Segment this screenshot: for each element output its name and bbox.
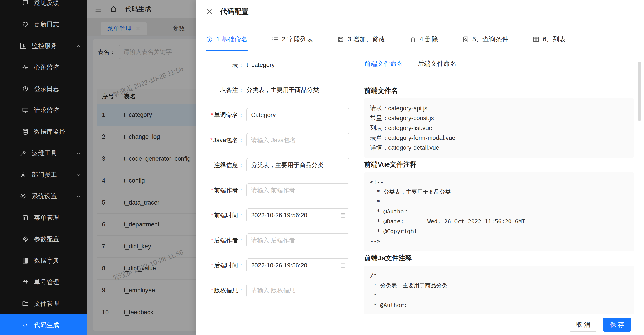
drawer-columns: 表： t_category 表备注： 分类表，主要用于商品分类 *单词命名： *… <box>206 51 634 314</box>
database-icon <box>22 128 29 135</box>
sidebar-item-login-log[interactable]: 登录日志 <box>0 78 87 100</box>
save-button[interactable]: 保 存 <box>603 318 632 332</box>
sidebar-item-code-generation[interactable]: 代码生成 <box>0 315 87 335</box>
sidebar-group-monitor-service[interactable]: 监控服务 <box>0 35 87 57</box>
sidebar-group-department-staff[interactable]: 部门员工 <box>0 164 87 186</box>
chevron-down-icon <box>76 172 81 177</box>
drawer-title: 代码配置 <box>220 7 249 16</box>
sidebar-item-label: 监控服务 <box>32 42 57 50</box>
tab-step-query-conditions[interactable]: 5、查询条件 <box>462 35 508 44</box>
drawer-body: 1.基础命名 2.字段列表 3.增加、修改 4.删除 5、查询条件 <box>196 23 644 314</box>
preview-tabs: 前端文件命名 后端文件命名 <box>364 58 634 74</box>
table-remark-value: 分类表，主要用于商品分类 <box>246 86 319 94</box>
sidebar-item-heartbeat-monitor[interactable]: 心跳监控 <box>0 57 87 78</box>
table-label: 表： <box>206 61 244 69</box>
table-value: t_category <box>246 61 274 68</box>
tab-step-add-edit[interactable]: 3.增加、修改 <box>337 35 385 44</box>
form-row-table-remark: 表备注： 分类表，主要用于商品分类 <box>206 83 350 97</box>
tab-step-delete[interactable]: 4.删除 <box>410 35 438 44</box>
form-row-frontend-time: *前端时间： <box>206 208 350 222</box>
sidebar-item-changelog[interactable]: 更新日志 <box>0 14 87 35</box>
sidebar-item-label: 请求监控 <box>34 106 59 115</box>
basic-naming-form: 表： t_category 表备注： 分类表，主要用于商品分类 *单词命名： *… <box>206 58 350 314</box>
sidebar-item-param-config[interactable]: 参数配置 <box>0 229 87 250</box>
sidebar-group-system-settings[interactable]: 系统设置 <box>0 186 87 207</box>
frontend-author-input[interactable] <box>246 183 350 197</box>
sidebar-item-database-monitor[interactable]: 数据库监控 <box>0 121 87 143</box>
form-row-table: 表： t_category <box>206 58 350 72</box>
chart-icon <box>20 42 26 49</box>
table-icon <box>533 36 540 43</box>
frontend-filenames-box: 请求：category-api.js 常量：category-const.js … <box>364 98 634 158</box>
sidebar-item-label: 数据库监控 <box>34 128 66 136</box>
sidebar-item-file-management[interactable]: 文件管理 <box>0 293 87 315</box>
sidebar-item-feedback[interactable]: 意见反馈 <box>0 0 87 14</box>
required-asterisk: * <box>211 287 213 294</box>
required-asterisk: * <box>211 237 213 244</box>
sidebar-group-ops-tools[interactable]: 运维工具 <box>0 143 87 164</box>
sidebar-item-label: 代码生成 <box>34 321 59 330</box>
sidebar-item-data-dictionary[interactable]: 数据字典 <box>0 250 87 272</box>
clock-icon <box>22 85 29 92</box>
required-asterisk: * <box>211 112 213 118</box>
chevron-up-icon <box>76 43 81 48</box>
copyright-input[interactable] <box>246 284 350 298</box>
sidebar-item-label: 单号管理 <box>34 278 59 287</box>
sidebar-item-label: 运维工具 <box>32 149 57 158</box>
section-title-frontend-vue-comment: 前端Vue文件注释 <box>364 161 634 168</box>
menu-window-icon <box>22 214 29 221</box>
form-row-backend-time: *后端时间： <box>206 259 350 272</box>
close-icon[interactable] <box>206 8 213 15</box>
table-remark-label: 表备注： <box>206 86 244 94</box>
form-row-backend-author: *后端作者： <box>206 233 350 247</box>
sidebar-item-label: 部门员工 <box>32 171 57 179</box>
form-row-word-name: *单词命名： <box>206 108 350 122</box>
scrollbar-thumb[interactable] <box>638 61 641 121</box>
tab-frontend-file-naming[interactable]: 前端文件命名 <box>364 59 403 68</box>
sidebar-item-label: 更新日志 <box>34 20 59 29</box>
sidebar-item-label: 文件管理 <box>34 300 59 308</box>
form-row-java-package: *Java包名： <box>206 133 350 147</box>
drawer-header: 代码配置 <box>196 0 644 23</box>
list-icon <box>272 36 278 43</box>
cancel-button[interactable]: 取 消 <box>569 318 598 332</box>
sidebar-item-label: 心跳监控 <box>34 63 59 72</box>
save-icon <box>337 36 344 43</box>
tab-step-basic-naming[interactable]: 1.基础命名 <box>206 35 248 44</box>
diamond-icon <box>22 236 29 243</box>
tab-step-list[interactable]: 6、列表 <box>533 35 566 44</box>
code-icon <box>22 322 29 329</box>
required-asterisk: * <box>211 187 213 194</box>
gear-icon <box>20 193 26 200</box>
java-package-input[interactable] <box>246 133 350 147</box>
folder-icon <box>22 300 29 307</box>
sidebar-item-label: 意见反馈 <box>34 0 59 7</box>
word-name-input[interactable] <box>246 108 350 122</box>
frontend-time-input[interactable] <box>246 208 350 222</box>
people-icon <box>20 171 26 178</box>
chevron-up-icon <box>76 194 81 199</box>
heart-icon <box>22 21 29 28</box>
pulse-icon <box>22 64 29 71</box>
comment-info-input[interactable] <box>246 158 350 172</box>
tab-backend-file-naming[interactable]: 后端文件命名 <box>418 59 456 68</box>
info-circle-icon <box>206 36 213 43</box>
sidebar-item-label: 参数配置 <box>34 235 59 244</box>
section-title-frontend-filenames: 前端文件名 <box>364 87 634 94</box>
backend-time-input[interactable] <box>246 259 350 272</box>
form-row-comment-info: 注释信息： <box>206 158 350 172</box>
sidebar-item-request-monitor[interactable]: 请求监控 <box>0 100 87 121</box>
section-title-frontend-js-comment: 前端Js文件注释 <box>364 254 634 262</box>
backend-author-input[interactable] <box>246 233 350 247</box>
tab-step-field-list[interactable]: 2.字段列表 <box>272 35 313 44</box>
dictionary-icon <box>22 257 29 264</box>
sidebar-item-serial-number[interactable]: 单号管理 <box>0 272 87 293</box>
sidebar-menu: 意见反馈 更新日志 监控服务 心跳监控 登录日志 请求监控 <box>0 0 87 335</box>
drawer-footer: 取 消 保 存 <box>196 314 644 335</box>
app-root: 意见反馈 更新日志 监控服务 心跳监控 登录日志 请求监控 <box>0 0 644 335</box>
trash-icon <box>410 36 416 43</box>
sidebar-item-menu-management[interactable]: 菜单管理 <box>0 207 87 229</box>
code-config-drawer: 代码配置 1.基础命名 2.字段列表 3.增加、修改 4.删除 <box>196 0 644 335</box>
file-search-icon <box>462 36 469 43</box>
tools-icon <box>20 150 26 157</box>
